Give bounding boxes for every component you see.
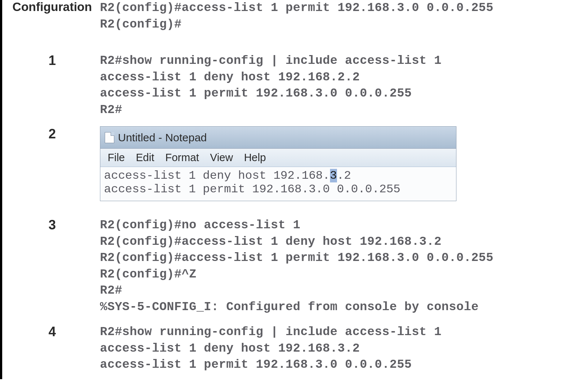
notepad-file-icon	[105, 132, 114, 143]
step1-line-4: R2#	[100, 103, 122, 117]
step1-line-1: R2#show running-config | include access-…	[100, 54, 441, 68]
step4-line-3: access-list 1 permit 192.168.3.0 0.0.0.2…	[100, 358, 412, 371]
notepad-line1-pre: access-list 1 deny host 192.168.	[104, 169, 330, 182]
step3-line-4: R2(config)#^Z	[100, 268, 197, 281]
step3-line-2: R2(config)#access-list 1 deny host 192.1…	[100, 235, 441, 248]
notepad-menu-help[interactable]: Help	[244, 152, 266, 164]
notepad-line1-post: .2	[337, 169, 351, 182]
notepad-text-area[interactable]: access-list 1 deny host 192.168.3.2 acce…	[100, 167, 456, 201]
step3-line-6: %SYS-5-CONFIG_I: Configured from console…	[100, 300, 478, 314]
notepad-menu-edit[interactable]: Edit	[136, 152, 154, 164]
row-step-1: 1 R2#show running-config | include acces…	[4, 53, 588, 123]
step3-line-1: R2(config)#no access-list 1	[100, 218, 301, 232]
label-step-1: 1	[49, 53, 56, 68]
label-step-3: 3	[49, 217, 56, 233]
row-step-4: 4 R2#show running-config | include acces…	[4, 324, 588, 379]
notepad-menubar: File Edit Format View Help	[100, 149, 456, 167]
notepad-menu-view[interactable]: View	[210, 152, 233, 164]
notepad-titlebar[interactable]: Untitled - Notepad	[100, 127, 456, 149]
notepad-menu-file[interactable]: File	[108, 152, 125, 164]
terminal-step-1: R2#show running-config | include access-…	[100, 53, 588, 118]
terminal-step-4: R2#show running-config | include access-…	[100, 324, 588, 373]
label-configuration: Configuration	[12, 0, 92, 14]
document-root: Configuration R2(config)#access-list 1 p…	[0, 0, 588, 379]
row-step-3: 3 R2(config)#no access-list 1 R2(config)…	[4, 217, 588, 315]
label-step-2: 2	[49, 126, 56, 142]
notepad-menu-format[interactable]: Format	[165, 152, 199, 164]
notepad-title-text: Untitled - Notepad	[118, 131, 207, 144]
notepad-line2: access-list 1 permit 192.168.3.0 0.0.0.2…	[104, 182, 401, 196]
step1-line-3: access-list 1 permit 192.168.3.0 0.0.0.2…	[100, 87, 412, 100]
step3-line-3: R2(config)#access-list 1 permit 192.168.…	[100, 251, 494, 265]
row-configuration: Configuration R2(config)#access-list 1 p…	[4, 0, 588, 44]
terminal-step-3: R2(config)#no access-list 1 R2(config)#a…	[100, 217, 588, 315]
config-line-2: R2(config)#	[100, 18, 182, 31]
step4-line-1: R2#show running-config | include access-…	[100, 325, 441, 339]
step4-line-2: access-list 1 deny host 192.168.3.2	[100, 342, 360, 355]
config-line-1: R2(config)#access-list 1 permit 192.168.…	[100, 1, 494, 15]
row-step-2: 2 Untitled - Notepad File Edit Format Vi…	[4, 126, 588, 211]
step3-line-5: R2#	[100, 284, 122, 297]
notepad-window[interactable]: Untitled - Notepad File Edit Format View…	[100, 126, 456, 201]
step1-line-2: access-list 1 deny host 192.168.2.2	[100, 70, 360, 84]
notepad-line1-selection: 3	[330, 169, 337, 182]
label-step-4: 4	[49, 324, 56, 340]
terminal-configuration: R2(config)#access-list 1 permit 192.168.…	[100, 0, 588, 33]
